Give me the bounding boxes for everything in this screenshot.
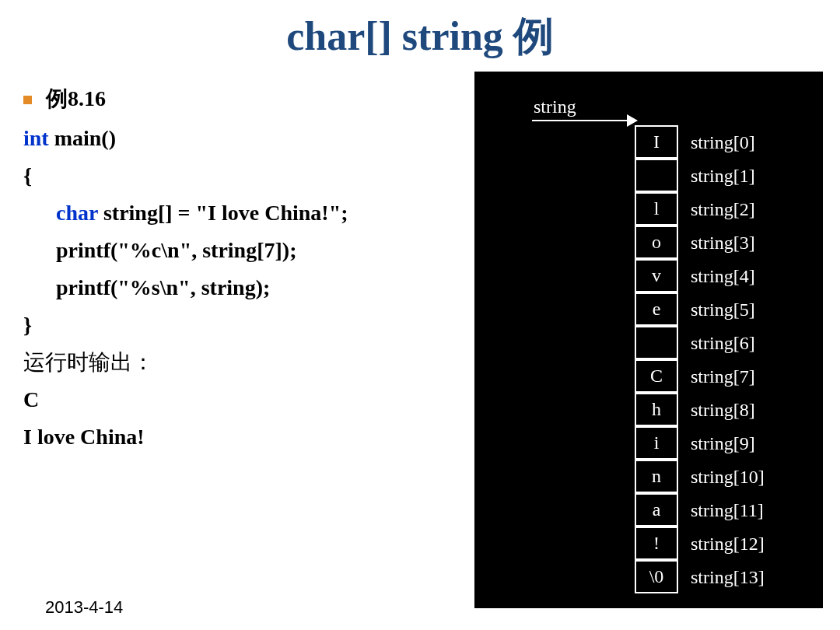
slide-title: char[] string 例 bbox=[0, 9, 840, 64]
cell-char: e bbox=[635, 292, 678, 326]
bullet-icon bbox=[23, 96, 32, 104]
memory-diagram: string Istring[0]string[1]lstring[2]ostr… bbox=[474, 72, 823, 608]
bullet-item: 例8.16 bbox=[23, 81, 459, 117]
cell-row: ostring[3] bbox=[635, 226, 765, 260]
cell-index-label: string[6] bbox=[691, 333, 755, 354]
title-prefix: char[] string bbox=[286, 14, 513, 58]
cell-row: Istring[0] bbox=[635, 126, 765, 159]
cell-char: \0 bbox=[635, 560, 678, 593]
cell-row: string[1] bbox=[635, 159, 765, 193]
cell-index-label: string[4] bbox=[691, 266, 755, 287]
cell-index-label: string[5] bbox=[691, 299, 755, 320]
title-suffix: 例 bbox=[513, 13, 554, 58]
cell-char: v bbox=[635, 259, 678, 292]
cell-index-label: string[11] bbox=[691, 500, 764, 521]
cell-row: vstring[4] bbox=[635, 260, 765, 293]
output-line-1: C bbox=[23, 381, 459, 418]
cell-index-label: string[1] bbox=[691, 166, 755, 187]
cell-index-label: string[3] bbox=[691, 233, 755, 254]
cell-char: C bbox=[635, 359, 678, 393]
cell-char: o bbox=[635, 226, 678, 259]
cell-row: lstring[2] bbox=[635, 193, 765, 226]
cell-index-label: string[7] bbox=[691, 366, 755, 387]
cell-char: I bbox=[635, 125, 678, 159]
code-l1-rest: main() bbox=[49, 126, 116, 150]
cell-index-label: string[8] bbox=[691, 400, 755, 421]
code-l3-rest: string[] = "I love China!"; bbox=[98, 201, 348, 225]
code-line-3: char string[] = "I love China!"; bbox=[23, 194, 459, 232]
cell-index-label: string[12] bbox=[691, 534, 765, 555]
cell-index-label: string[9] bbox=[691, 433, 755, 454]
code-line-1: int main() bbox=[23, 120, 459, 157]
code-line-6: } bbox=[23, 306, 459, 344]
code-line-5: printf("%s\n", string); bbox=[23, 269, 459, 306]
run-output-label: 运行时输出： bbox=[23, 344, 459, 381]
cell-row: Cstring[7] bbox=[635, 360, 765, 394]
cell-index-label: string[10] bbox=[691, 467, 765, 488]
cell-char: l bbox=[635, 192, 678, 226]
cell-column: Istring[0]string[1]lstring[2]ostring[3]v… bbox=[635, 126, 765, 594]
keyword-char: char bbox=[56, 201, 98, 225]
pointer-label: string bbox=[534, 96, 576, 117]
cell-char bbox=[635, 159, 678, 192]
cell-char: ! bbox=[635, 527, 678, 560]
code-line-2: { bbox=[23, 157, 459, 194]
cell-char: i bbox=[635, 426, 678, 460]
slide-body: 例8.16 int main() { char string[] = "I lo… bbox=[23, 81, 459, 456]
cell-char: h bbox=[635, 393, 678, 426]
cell-row: astring[11] bbox=[635, 494, 765, 527]
cell-row: \0string[13] bbox=[635, 561, 765, 594]
cell-index-label: string[2] bbox=[691, 199, 755, 220]
arrow-line bbox=[532, 120, 630, 121]
cell-row: string[6] bbox=[635, 327, 765, 360]
cell-char bbox=[635, 326, 678, 359]
code-line-4: printf("%c\n", string[7]); bbox=[23, 232, 459, 269]
cell-index-label: string[0] bbox=[691, 132, 755, 153]
cell-char: n bbox=[635, 460, 678, 493]
cell-row: nstring[10] bbox=[635, 460, 765, 494]
bullet-label: 例8.16 bbox=[46, 81, 106, 117]
cell-row: estring[5] bbox=[635, 293, 765, 327]
footer-date: 2013-4-14 bbox=[45, 597, 123, 618]
cell-row: istring[9] bbox=[635, 427, 765, 460]
output-line-2: I love China! bbox=[23, 418, 459, 456]
cell-char: a bbox=[635, 493, 678, 527]
cell-row: !string[12] bbox=[635, 527, 765, 561]
cell-row: hstring[8] bbox=[635, 394, 765, 427]
cell-index-label: string[13] bbox=[691, 567, 765, 588]
keyword-int: int bbox=[23, 126, 49, 150]
